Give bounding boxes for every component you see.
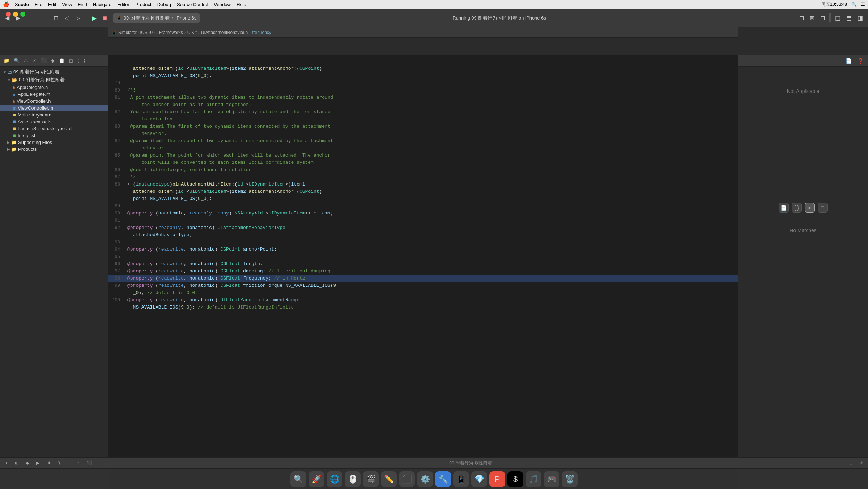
- products-name: Products: [18, 146, 37, 152]
- code-line-81b: the anchor point as if pinned together.: [109, 101, 738, 109]
- dock-media[interactable]: 🎵: [526, 471, 541, 487]
- dock-game[interactable]: 🎮: [544, 471, 559, 487]
- dock-phone[interactable]: 📱: [453, 471, 469, 487]
- navigator-toggle[interactable]: ⊞: [51, 13, 60, 23]
- dock-mouse[interactable]: 🖱️: [345, 471, 361, 487]
- maximize-button[interactable]: [20, 12, 25, 17]
- inspector-square-btn[interactable]: □: [818, 203, 828, 213]
- menubar-xcode[interactable]: Xcode: [15, 2, 29, 7]
- dock-syspref[interactable]: ⚙️: [417, 471, 433, 487]
- nav-item-launch-storyboard[interactable]: ◼ LaunchScreen.storyboard: [0, 125, 108, 132]
- menubar-navigate[interactable]: Navigate: [93, 2, 111, 7]
- dock-terminal[interactable]: ⬛: [399, 471, 415, 487]
- nav-supporting-files[interactable]: ▶ 📁 Supporting Files: [0, 139, 108, 146]
- debug-show-btn[interactable]: ⬒: [844, 13, 854, 23]
- dock-quicktime[interactable]: 🎬: [363, 471, 379, 487]
- debug-pause-btn[interactable]: ⏸: [44, 460, 53, 466]
- breadcrumb-frameworks[interactable]: Frameworks: [159, 30, 183, 35]
- debug-console-btn[interactable]: ⬛: [84, 460, 94, 466]
- inspector-show-btn[interactable]: ◨: [855, 13, 865, 23]
- breadcrumb-uikit[interactable]: UIKit: [187, 30, 197, 35]
- editor-mode-btn[interactable]: ⊞: [13, 460, 21, 466]
- editor-assistant-btn[interactable]: ⊠: [808, 13, 817, 23]
- dock-trash[interactable]: 🗑️: [562, 471, 578, 487]
- stop-button[interactable]: ■: [101, 13, 109, 23]
- nav-breakpoint-btn[interactable]: ◆: [50, 57, 56, 64]
- grid-view-btn[interactable]: ⊞: [847, 460, 855, 466]
- breadcrumb-file[interactable]: UIAttachmentBehavior.h: [201, 30, 248, 35]
- menubar-source-control[interactable]: Source Control: [177, 2, 208, 7]
- nav-item-viewcontroller-h[interactable]: h ViewController.h: [0, 98, 108, 105]
- menubar-edit[interactable]: Edit: [48, 2, 56, 7]
- dock-xcode[interactable]: 🔧: [435, 471, 451, 487]
- inspector-help-btn[interactable]: ❓: [856, 57, 865, 64]
- breadcrumb-symbol[interactable]: frequency: [252, 30, 271, 35]
- nav-report-btn[interactable]: 📋: [58, 57, 66, 64]
- group-name: 09-附着行为-刚性附着: [19, 77, 65, 83]
- nav-test-btn[interactable]: ✓: [31, 57, 38, 64]
- close-button[interactable]: [6, 12, 11, 17]
- menubar-find[interactable]: Find: [78, 2, 87, 7]
- inspector-file-btn[interactable]: 📄: [844, 57, 853, 64]
- menubar-window[interactable]: Window: [214, 2, 231, 7]
- breakpoints-btn[interactable]: ◆: [24, 460, 31, 466]
- nav-folder-btn[interactable]: 📁: [2, 57, 11, 64]
- scheme-selector[interactable]: 📱 09-附着行为-刚性附着 › iPhone 6s: [113, 13, 200, 23]
- nav-item-main-storyboard[interactable]: ◼ Main.storyboard: [0, 111, 108, 118]
- project-name: 09-附着行为-刚性附着: [13, 69, 59, 75]
- dock-finder[interactable]: 🔍: [290, 471, 306, 487]
- breadcrumb-simulator[interactable]: Simulator · iOS 9.0: [118, 30, 155, 35]
- step-out-btn[interactable]: ↑: [75, 460, 81, 466]
- nav-item-appdelegate-h[interactable]: h AppDelegate.h: [0, 84, 108, 91]
- menu-icon[interactable]: ☰: [861, 2, 865, 7]
- add-file-btn[interactable]: +: [3, 460, 10, 466]
- nav-item-viewcontroller-m[interactable]: m ViewController.m: [0, 105, 108, 111]
- dock-safari[interactable]: 🌐: [327, 471, 342, 487]
- nav-next[interactable]: ▷: [73, 13, 82, 23]
- nav-forward-btn[interactable]: ⟩: [82, 57, 87, 64]
- search-icon[interactable]: 🔍: [851, 2, 857, 7]
- apple-menu[interactable]: 🍎: [3, 1, 9, 7]
- dock-pencil[interactable]: ✏️: [381, 471, 397, 487]
- navigator-panel: 📁 🔍 ⚠ ✓ ⬛ ◆ 📋 ◻ ⟨ ⟩ ▼ 🗂 09-附着行为-刚性附着 ▼ 📂…: [0, 55, 109, 489]
- nav-project-root[interactable]: ▼ 🗂 09-附着行为-刚性附着: [0, 68, 108, 76]
- step-in-btn[interactable]: ↓: [65, 460, 72, 466]
- inspector-doc-btn[interactable]: 📄: [779, 203, 789, 213]
- menubar-time: 周五10:58:48: [821, 1, 847, 8]
- menubar-view[interactable]: View: [62, 2, 72, 7]
- menubar-file[interactable]: File: [35, 2, 42, 7]
- code-editor[interactable]: attachedToItem:(id <UIDynamicItem>)item2…: [109, 65, 738, 489]
- inspector-code-btn[interactable]: { }: [792, 203, 802, 213]
- nav-debug-btn[interactable]: ⬛: [39, 57, 48, 64]
- nav-history-btn[interactable]: ⟨: [76, 57, 81, 64]
- run-button[interactable]: ▶: [89, 13, 99, 24]
- editor-version-btn[interactable]: ⊟: [818, 13, 827, 23]
- nav-group[interactable]: ▼ 📂 09-附着行为-刚性附着: [0, 76, 108, 84]
- dock-term2[interactable]: $: [507, 471, 523, 487]
- nav-nav-btn[interactable]: ◻: [68, 57, 75, 64]
- debug-play-btn[interactable]: ▶: [34, 460, 42, 466]
- expand-arrow: ▼: [3, 70, 7, 74]
- editor-standard-btn[interactable]: ⊡: [797, 13, 806, 23]
- nav-item-appdelegate-m[interactable]: m AppDelegate.m: [0, 91, 108, 98]
- dock-p-app[interactable]: P: [489, 471, 505, 487]
- nav-warning-btn[interactable]: ⚠: [22, 57, 30, 64]
- nav-products[interactable]: ▶ 📁 Products: [0, 146, 108, 153]
- navigator-show-btn[interactable]: ◫: [833, 13, 843, 23]
- minimize-button[interactable]: [13, 12, 18, 17]
- menubar-help[interactable]: Help: [237, 2, 246, 7]
- nav-prev[interactable]: ◁: [63, 13, 71, 23]
- inspector-circle-btn[interactable]: ●: [805, 203, 815, 213]
- filename: AppDelegate.m: [18, 92, 50, 97]
- nav-search-btn[interactable]: 🔍: [12, 57, 21, 64]
- refresh-btn[interactable]: ↺: [857, 460, 865, 466]
- dock-launchpad[interactable]: 🚀: [309, 471, 324, 487]
- menubar-product[interactable]: Product: [135, 2, 152, 7]
- nav-tree: ▼ 🗂 09-附着行为-刚性附着 ▼ 📂 09-附着行为-刚性附着 h AppD…: [0, 67, 108, 489]
- dock-sketch[interactable]: 💎: [471, 471, 487, 487]
- menubar-debug[interactable]: Debug: [157, 2, 171, 7]
- menubar-editor[interactable]: Editor: [117, 2, 129, 7]
- step-over-btn[interactable]: ⤵: [56, 460, 63, 466]
- nav-item-assets[interactable]: ◼ Assets.xcassets: [0, 118, 108, 125]
- nav-item-info-plist[interactable]: ◼ Info.plist: [0, 132, 108, 139]
